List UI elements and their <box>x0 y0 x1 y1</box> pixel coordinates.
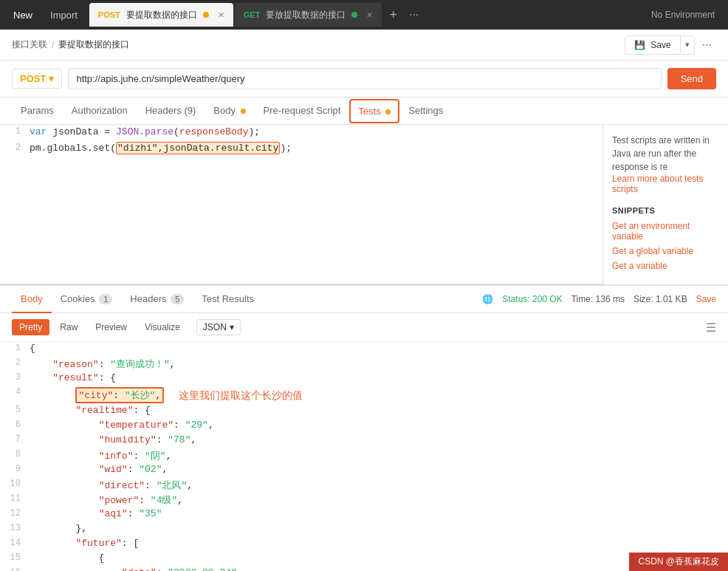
tab-dot-orange <box>203 12 209 18</box>
save-button[interactable]: 💾 Save <box>625 36 680 54</box>
resp-tab-cookies[interactable]: Cookies 1 <box>52 286 122 313</box>
format-preview[interactable]: Preview <box>88 319 134 335</box>
response-section: Body Cookies 1 Headers 5 Test Results 🌐 … <box>0 284 728 571</box>
method-dropdown-icon: ▾ <box>49 73 54 84</box>
tab-settings[interactable]: Settings <box>399 98 452 125</box>
add-tab-button[interactable]: + <box>383 7 403 23</box>
breadcrumb: 接口关联 / 要提取数据的接口 <box>12 38 129 51</box>
top-bar: New Import POST 要提取数据的接口 ✕ GET 要放提取数据的接口… <box>0 0 728 30</box>
request-tabs: Params Authorization Headers (9) Body Pr… <box>0 98 728 125</box>
json-viewer: 1 { 2 "reason": "查询成功！", 3 "result": { 4… <box>0 342 728 571</box>
format-selector[interactable]: JSON ▾ <box>196 319 241 335</box>
format-pretty[interactable]: Pretty <box>12 319 49 335</box>
headers-badge: 5 <box>171 294 184 304</box>
send-button[interactable]: Send <box>667 68 716 89</box>
json-line-16: 16 "date": "2022-08-24", <box>0 567 728 571</box>
second-bar-actions: 💾 Save ▾ ··· <box>625 35 716 55</box>
json-line-7: 7 "humidity": "78", <box>0 434 728 448</box>
json-line-9: 9 "wid": "02", <box>0 463 728 478</box>
format-bar: Pretty Raw Preview Visualize JSON ▾ ☰ <box>0 313 728 342</box>
right-panel-description: Test scripts are written in Java are run… <box>612 134 719 174</box>
json-line-14: 14 "future": [ <box>0 537 728 552</box>
method-label: POST <box>20 73 46 84</box>
tab-method-post: POST <box>98 10 120 19</box>
response-tabs-bar: Body Cookies 1 Headers 5 Test Results 🌐 … <box>0 286 728 313</box>
tab-close-post[interactable]: ✕ <box>218 10 224 20</box>
json-line-15: 15 { <box>0 552 728 567</box>
tab-tests[interactable]: Tests <box>349 99 399 123</box>
bottom-bar-text: CSDN @香蕉麻花皮 <box>638 556 719 567</box>
format-visualize[interactable]: Visualize <box>137 319 188 335</box>
json-line-8: 8 "info": "阴", <box>0 448 728 463</box>
more-options-button[interactable]: ··· <box>698 35 716 55</box>
more-tabs-button[interactable]: ··· <box>405 8 423 21</box>
status-text: Status: 200 OK <box>502 294 562 304</box>
cookies-badge: 1 <box>99 294 112 304</box>
tab-authorization[interactable]: Authorization <box>63 98 137 125</box>
format-type: JSON <box>203 322 227 332</box>
breadcrumb-separator: / <box>52 40 54 50</box>
save-dropdown-button[interactable]: ▾ <box>680 36 694 53</box>
code-editor[interactable]: 1 var jsonData = JSON.parse(responseBody… <box>0 125 602 284</box>
json-line-4: 4 "city": "长沙",这里我们提取这个长沙的值 <box>0 386 728 404</box>
format-arrow: ▾ <box>230 322 234 332</box>
learn-more-link[interactable]: Learn more about tests scripts <box>612 174 703 194</box>
new-button[interactable]: New <box>7 7 38 24</box>
resp-tab-body[interactable]: Body <box>12 286 52 313</box>
json-line-6: 6 "temperature": "29", <box>0 419 728 434</box>
url-bar: POST ▾ Send <box>0 61 728 98</box>
bottom-bar: CSDN @香蕉麻花皮 <box>629 553 728 571</box>
json-line-10: 10 "direct": "北风", <box>0 478 728 493</box>
save-response-button[interactable]: Save <box>696 294 716 304</box>
import-button[interactable]: Import <box>44 7 83 24</box>
snippet-2[interactable]: Get a global variable <box>612 246 719 256</box>
tab-headers[interactable]: Headers (9) <box>137 98 205 125</box>
tab-body[interactable]: Body <box>205 98 254 125</box>
snippets-title: SNIPPETS <box>612 206 719 215</box>
tab-params[interactable]: Params <box>12 98 63 125</box>
tab-pre-request[interactable]: Pre-request Script <box>255 98 350 125</box>
method-selector[interactable]: POST ▾ <box>12 69 62 89</box>
sort-icon[interactable]: ☰ <box>706 321 716 335</box>
snippet-3[interactable]: Get a variable <box>612 261 719 271</box>
format-raw[interactable]: Raw <box>52 319 85 335</box>
tabs-area: POST 要提取数据的接口 ✕ GET 要放提取数据的接口 ✕ + ··· <box>89 3 639 27</box>
globe-icon: 🌐 <box>482 294 493 304</box>
code-line-1: 1 var jsonData = JSON.parse(responseBody… <box>0 125 602 141</box>
breadcrumb-item-2: 要提取数据的接口 <box>58 38 129 51</box>
tests-dot <box>385 109 391 114</box>
response-status-bar: 🌐 Status: 200 OK Time: 136 ms Size: 1.01… <box>482 294 716 304</box>
time-text: Time: 136 ms <box>571 294 625 304</box>
resp-tab-test-results[interactable]: Test Results <box>193 286 263 313</box>
snippet-1[interactable]: Get an environment variable <box>612 221 719 242</box>
json-line-3: 3 "result": { <box>0 372 728 386</box>
json-line-5: 5 "realtime": { <box>0 404 728 419</box>
right-panel: Test scripts are written in Java are run… <box>602 125 728 284</box>
save-button-group: 💾 Save ▾ <box>625 35 695 55</box>
tab-method-get: GET <box>244 10 261 19</box>
save-label: Save <box>650 40 670 50</box>
tab-close-get[interactable]: ✕ <box>366 10 373 20</box>
json-line-13: 13 }, <box>0 522 728 537</box>
breadcrumb-item-1[interactable]: 接口关联 <box>12 38 47 51</box>
json-line-1: 1 { <box>0 342 728 357</box>
url-input[interactable] <box>68 68 661 89</box>
tab-name-get: 要放提取数据的接口 <box>266 9 346 21</box>
tab-get[interactable]: GET 要放提取数据的接口 ✕ <box>235 3 382 27</box>
second-bar: 接口关联 / 要提取数据的接口 💾 Save ▾ ··· <box>0 30 728 61</box>
main-content: 1 var jsonData = JSON.parse(responseBody… <box>0 125 728 284</box>
size-text: Size: 1.01 KB <box>633 294 687 304</box>
tab-post[interactable]: POST 要提取数据的接口 ✕ <box>89 3 233 27</box>
tab-dot-green <box>351 12 357 18</box>
code-line-2: 2 pm.globals.set("dizhi",jsonData.result… <box>0 141 602 157</box>
resp-tab-headers[interactable]: Headers 5 <box>121 286 193 313</box>
json-line-12: 12 "aqi": "35" <box>0 507 728 522</box>
body-dot <box>241 109 246 114</box>
json-line-2: 2 "reason": "查询成功！", <box>0 357 728 372</box>
save-icon: 💾 <box>634 40 645 50</box>
tab-name-post: 要提取数据的接口 <box>126 9 197 21</box>
environment-selector[interactable]: No Environment <box>645 10 721 20</box>
json-line-11: 11 "power": "4级", <box>0 493 728 507</box>
annotation-text: 这里我们提取这个长沙的值 <box>179 389 303 401</box>
